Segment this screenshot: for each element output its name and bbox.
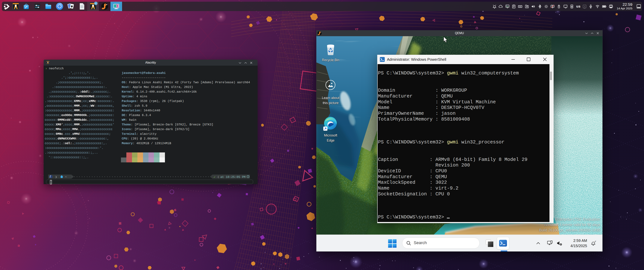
svg-text:z: z	[595, 240, 596, 242]
svg-text:A: A	[584, 6, 586, 8]
